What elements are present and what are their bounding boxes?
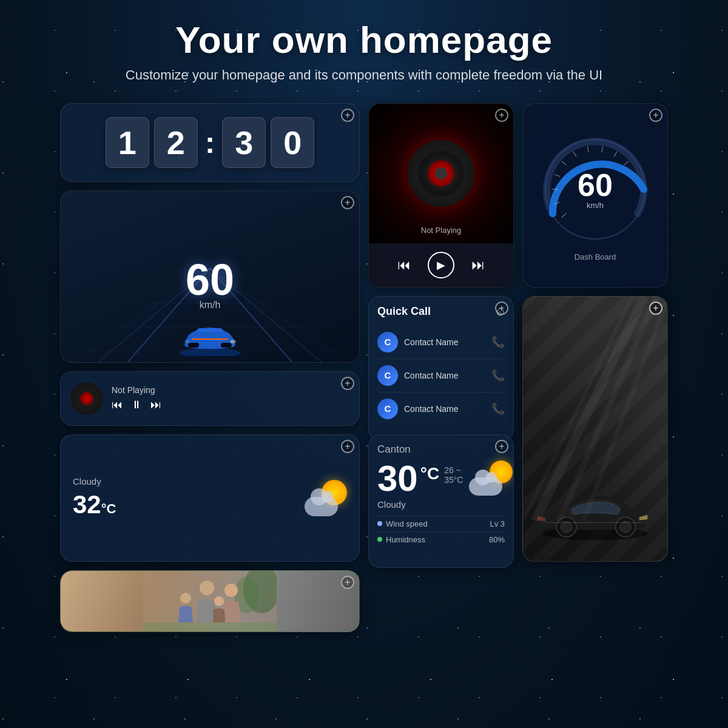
vinyl-area: Not Playing xyxy=(369,104,513,243)
clock-min1: 3 xyxy=(222,117,266,168)
quickcall-title: Quick Call xyxy=(377,305,431,318)
music-small-controls: ⏮ ⏸ ⏭ xyxy=(112,399,349,411)
svg-line-10 xyxy=(624,161,629,165)
call-icon-2[interactable]: 📞 xyxy=(491,369,505,382)
music-controls: ⏮ ▶ ⏭ xyxy=(369,243,513,287)
music-small-prev-btn[interactable]: ⏮ xyxy=(112,399,123,411)
weather-small-temp-unit: °C xyxy=(101,501,116,516)
svg-point-45 xyxy=(224,584,238,597)
family-add-btn[interactable]: + xyxy=(341,576,354,589)
humidity-value: 80% xyxy=(489,535,505,544)
car-photo-add-btn[interactable]: + xyxy=(649,302,662,315)
weather-big-add-btn[interactable]: + xyxy=(495,440,508,453)
clock-hour1: 1 xyxy=(106,117,149,168)
clock-min2: 0 xyxy=(271,117,314,168)
speed-number: 60 xyxy=(186,255,234,305)
svg-line-8 xyxy=(602,146,603,152)
weather-small-icon xyxy=(305,480,347,516)
play-icon: ▶ xyxy=(437,258,445,272)
quickcall-header: Quick Call ⊙ xyxy=(377,305,505,318)
speed-add-btn[interactable]: + xyxy=(341,196,354,209)
svg-line-1 xyxy=(562,214,567,217)
speed-unit: km/h xyxy=(186,300,234,311)
call-icon-1[interactable]: 📞 xyxy=(491,335,505,349)
svg-point-34 xyxy=(561,521,572,532)
music-small-next-btn[interactable]: ⏭ xyxy=(150,399,161,411)
music-small-widget: + Not Playing ⏮ ⏸ ⏭ xyxy=(60,371,360,426)
svg-line-7 xyxy=(587,146,588,152)
light-streaks xyxy=(523,297,668,521)
weather-small-temp-num: 32 xyxy=(73,490,101,519)
dash-add-btn[interactable]: + xyxy=(649,109,662,122)
contact-avatar-1: C xyxy=(377,332,398,352)
svg-line-4 xyxy=(554,175,559,177)
gauge-speed-number: 60 xyxy=(578,167,613,203)
contact-initial-3: C xyxy=(385,403,391,414)
prev-btn[interactable]: ⏮ xyxy=(397,257,411,273)
svg-line-38 xyxy=(559,297,656,521)
svg-point-20 xyxy=(180,348,240,356)
play-pause-btn[interactable]: ▶ xyxy=(428,252,454,278)
svg-point-46 xyxy=(180,593,191,604)
clock-add-btn[interactable]: + xyxy=(341,109,354,122)
call-icon-3[interactable]: 📞 xyxy=(491,402,505,416)
wind-speed-row: Wind speed Lv 3 xyxy=(377,516,505,531)
big-cloud-icon xyxy=(469,477,502,496)
gauge-speed-display: 60 km/h xyxy=(578,167,613,210)
contact-row-1: C Contact Name 📞 xyxy=(377,326,505,359)
music-small-status: Not Playing xyxy=(112,385,349,395)
weather-details: Wind speed Lv 3 Humidness 80% xyxy=(377,516,505,547)
family-photo-inner xyxy=(61,571,359,632)
vinyl-small-record xyxy=(70,382,103,415)
svg-point-24 xyxy=(184,340,190,343)
contact-row-2: C Contact Name 📞 xyxy=(377,359,505,393)
page-title: Your own homepage xyxy=(12,18,716,61)
svg-rect-22 xyxy=(221,343,232,348)
weather-big-condition: Cloudy xyxy=(377,499,463,510)
weather-big-icon xyxy=(469,460,513,496)
humidity-dot xyxy=(377,537,382,542)
svg-line-6 xyxy=(573,152,576,157)
cloud-icon xyxy=(305,497,338,516)
music-big-add-btn[interactable]: + xyxy=(495,109,508,122)
svg-line-40 xyxy=(523,297,632,521)
speed-widget: + 60 km/h xyxy=(60,190,360,363)
speed-car-icon xyxy=(174,320,246,356)
widget-grid: + 1 2 : 3 0 + Not Playing ⏮ ▶ ⏭ + xyxy=(0,97,728,638)
contact-initial-1: C xyxy=(385,337,391,347)
wind-dot xyxy=(377,521,382,526)
svg-point-36 xyxy=(620,521,631,532)
weather-big-temp-block: 30 °C 26 ~ 35°C Cloudy xyxy=(377,460,463,510)
humidity-label: Humidness xyxy=(377,535,425,544)
contact-name-2: Contact Name xyxy=(404,371,485,380)
wind-speed-label: Wind speed xyxy=(377,519,428,528)
weather-big-temp-unit: °C xyxy=(420,464,439,484)
svg-point-44 xyxy=(200,581,214,595)
clock-hour2: 2 xyxy=(154,117,198,168)
weather-small-condition: Cloudy xyxy=(73,476,116,487)
quickcall-add-btn[interactable]: + xyxy=(495,302,508,315)
weather-small-temp: 32°C xyxy=(73,490,116,519)
weather-small-add-btn[interactable]: + xyxy=(341,440,354,453)
clock-colon: : xyxy=(205,125,215,160)
weather-city: Canton xyxy=(377,443,505,456)
dashboard-label: Dash Board xyxy=(575,252,616,261)
contact-name-1: Contact Name xyxy=(404,337,485,347)
svg-rect-48 xyxy=(143,622,277,632)
page-subtitle: Customize your homepage and its componen… xyxy=(12,66,716,85)
speedometer-gauge: 60 km/h xyxy=(541,135,650,244)
svg-line-5 xyxy=(562,161,567,165)
car-photo-widget: + xyxy=(522,296,668,562)
music-small-pause-btn[interactable]: ⏸ xyxy=(131,399,142,411)
clock-widget: + 1 2 : 3 0 xyxy=(60,103,360,182)
next-btn[interactable]: ⏭ xyxy=(471,257,485,273)
contact-avatar-3: C xyxy=(377,399,398,419)
contact-initial-2: C xyxy=(385,370,391,380)
svg-point-47 xyxy=(214,596,224,606)
family-photo-widget: + xyxy=(60,570,360,632)
music-small-add-btn[interactable]: + xyxy=(341,377,354,390)
svg-point-23 xyxy=(230,340,236,343)
weather-small-widget: + Cloudy 32°C xyxy=(60,434,360,562)
music-status: Not Playing xyxy=(421,226,461,235)
luxury-car-bg xyxy=(523,297,667,561)
